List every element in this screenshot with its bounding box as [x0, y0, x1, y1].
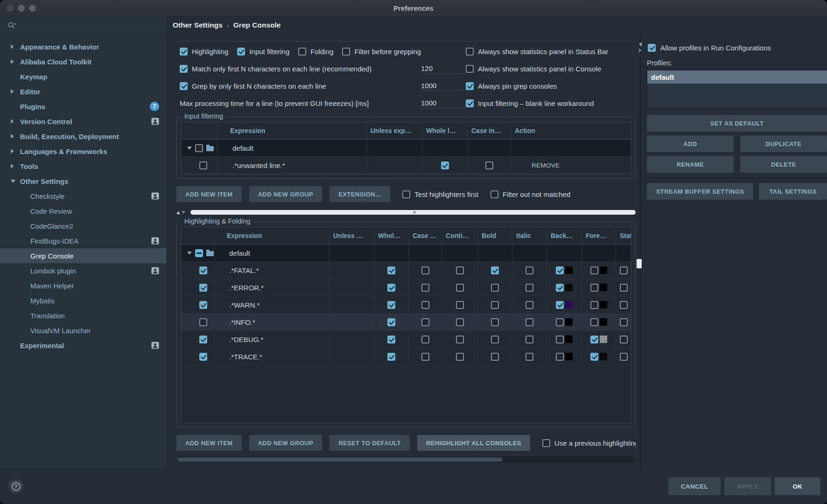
allow-profiles-checkbox[interactable]: [648, 44, 656, 52]
horizontal-scrollbar[interactable]: [176, 456, 635, 462]
color-swatch[interactable]: [565, 284, 573, 291]
panel-splitter[interactable]: [176, 210, 636, 215]
color-swatch[interactable]: [565, 301, 573, 308]
option-match-only-first-n-characters--checkbox[interactable]: [180, 65, 188, 73]
chevron-right-icon[interactable]: [639, 48, 642, 53]
case-insensitive-checkbox[interactable]: [421, 284, 429, 292]
sidebar-item-plugins[interactable]: Plugins7: [0, 99, 167, 114]
breadcrumb-section[interactable]: Other Settings: [173, 21, 223, 29]
table-group-row[interactable]: default: [181, 140, 631, 157]
item-enabled-checkbox[interactable]: [199, 284, 207, 292]
foreground-checkbox[interactable]: [590, 318, 598, 326]
chevron-right-icon[interactable]: [11, 134, 20, 139]
highlight-item-row[interactable]: .*TRACE.*: [181, 348, 631, 365]
option-value-field[interactable]: 1000: [419, 98, 466, 108]
sidebar-item-translation[interactable]: Translation: [0, 308, 167, 323]
zoom-button[interactable]: [29, 5, 36, 12]
add-new-group-button[interactable]: ADD NEW GROUP: [249, 435, 322, 451]
background-checkbox[interactable]: [556, 318, 564, 326]
color-swatch[interactable]: [565, 353, 573, 360]
italic-checkbox[interactable]: [526, 266, 533, 274]
chevron-right-icon[interactable]: [11, 59, 20, 64]
italic-checkbox[interactable]: [526, 284, 533, 292]
option-value-field[interactable]: 120: [419, 64, 466, 74]
sidebar-item-editor[interactable]: Editor: [0, 84, 167, 99]
group-enabled-checkbox[interactable]: [195, 144, 203, 152]
whole-line-checkbox[interactable]: [387, 301, 395, 309]
panel-divider[interactable]: [640, 34, 643, 468]
background-checkbox[interactable]: [556, 284, 564, 292]
sidebar-item-alibaba-cloud-toolkit[interactable]: Alibaba Cloud Toolkit: [0, 54, 167, 69]
splitter-bar[interactable]: [190, 210, 636, 215]
rename-profile-button[interactable]: RENAME: [647, 156, 734, 173]
italic-checkbox[interactable]: [526, 301, 533, 309]
continue-matching-checkbox[interactable]: [456, 318, 464, 326]
option-always-show-statistics-panel-in-status-bar-checkbox[interactable]: [466, 48, 474, 56]
use-a-previous-highlighting-checkbox[interactable]: [542, 439, 550, 447]
chevron-right-icon[interactable]: [11, 44, 20, 49]
case-insensitive-checkbox[interactable]: [485, 161, 493, 169]
stream-buffer-settings-button[interactable]: STREAM BUFFER SETTINGS: [647, 183, 753, 200]
item-enabled-checkbox[interactable]: [199, 266, 207, 274]
sidebar-item-version-control[interactable]: Version Control: [0, 114, 167, 129]
add-profile-button[interactable]: ADD: [647, 135, 734, 152]
sidebar-search[interactable]: [0, 17, 167, 34]
sidebar-item-checkstyle[interactable]: Checkstyle: [0, 189, 167, 203]
color-swatch[interactable]: [600, 266, 607, 274]
sidebar-item-other-settings[interactable]: Other Settings: [0, 174, 167, 189]
chevron-down-icon[interactable]: [11, 180, 20, 183]
ok-button[interactable]: OK: [775, 477, 820, 495]
case-insensitive-checkbox[interactable]: [421, 336, 429, 343]
chevron-right-icon[interactable]: [11, 164, 20, 168]
background-checkbox[interactable]: [556, 266, 564, 274]
bold-checkbox[interactable]: [491, 301, 499, 309]
case-insensitive-checkbox[interactable]: [421, 301, 429, 309]
set-as-default-button[interactable]: SET AS DEFAULT: [647, 115, 827, 132]
close-button[interactable]: [7, 5, 14, 12]
option-input-filtering-checkbox[interactable]: [237, 48, 245, 56]
foreground-checkbox[interactable]: [590, 336, 598, 343]
italic-checkbox[interactable]: [526, 353, 533, 361]
highlight-item-row[interactable]: .*INFO.*: [181, 314, 631, 331]
vertical-scrollbar-thumb[interactable]: [637, 259, 642, 268]
item-enabled-checkbox[interactable]: [199, 318, 207, 326]
highlight-item-row[interactable]: .*DEBUG.*: [181, 331, 631, 348]
sidebar-item-maven-helper[interactable]: Maven Helper: [0, 278, 167, 293]
minimize-button[interactable]: [18, 5, 25, 12]
foreground-checkbox[interactable]: [590, 353, 598, 361]
color-swatch[interactable]: [565, 266, 573, 274]
status-bar-checkbox[interactable]: [620, 353, 628, 361]
status-bar-checkbox[interactable]: [620, 336, 628, 343]
add-new-item-button[interactable]: ADD NEW ITEM: [176, 186, 242, 202]
case-insensitive-checkbox[interactable]: [421, 266, 429, 274]
chevron-left-icon[interactable]: [639, 42, 642, 47]
case-insensitive-checkbox[interactable]: [421, 318, 429, 326]
option-always-pin-grep-consoles-checkbox[interactable]: [466, 82, 474, 90]
chevron-right-icon[interactable]: [11, 119, 20, 124]
color-swatch[interactable]: [600, 353, 607, 360]
option-highlighting-checkbox[interactable]: [180, 48, 188, 56]
whole-line-checkbox[interactable]: [387, 284, 395, 292]
table-group-row[interactable]: default: [181, 245, 631, 262]
sidebar-item-tools[interactable]: Tools: [0, 159, 167, 174]
bold-checkbox[interactable]: [491, 353, 499, 361]
sidebar-item-build-execution-deployment[interactable]: Build, Execution, Deployment: [0, 129, 167, 144]
test-highlighters-first-checkbox[interactable]: [402, 190, 410, 198]
continue-matching-checkbox[interactable]: [456, 336, 464, 343]
color-swatch[interactable]: [600, 318, 607, 326]
color-swatch[interactable]: [600, 301, 607, 308]
chevron-right-icon[interactable]: [11, 89, 20, 94]
chevron-right-icon[interactable]: [11, 149, 20, 154]
delete-profile-button[interactable]: DELETE: [740, 156, 827, 173]
background-checkbox[interactable]: [556, 301, 564, 309]
chevron-down-icon[interactable]: [182, 211, 185, 214]
highlight-item-row[interactable]: .*FATAL.*: [181, 262, 631, 279]
sidebar-item-visualvm-launcher[interactable]: VisualVM Launcher: [0, 323, 167, 338]
bold-checkbox[interactable]: [491, 336, 499, 343]
status-bar-checkbox[interactable]: [620, 318, 628, 326]
chevron-down-icon[interactable]: [187, 147, 192, 150]
highlight-item-row[interactable]: .*ERROR.*: [181, 279, 631, 296]
profile-list-item[interactable]: default: [647, 70, 827, 84]
italic-checkbox[interactable]: [526, 318, 533, 326]
item-enabled-checkbox[interactable]: [199, 301, 207, 309]
